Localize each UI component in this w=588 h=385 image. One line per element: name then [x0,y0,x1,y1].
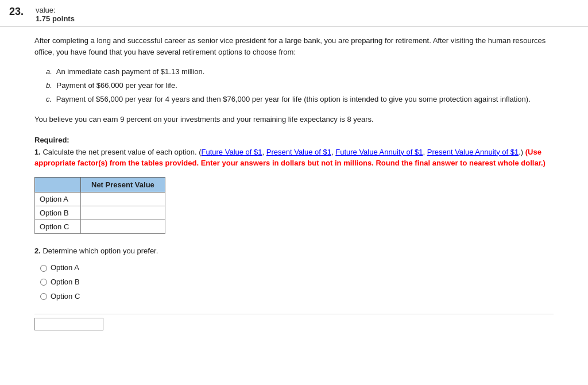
comma3: , [423,148,427,156]
section2-title: 2. Determine which option you prefer. [34,245,554,257]
options-list: a. An immediate cash payment of $1.13 mi… [46,66,554,106]
radio-option-a[interactable]: Option A [40,261,554,275]
option-a-letter: a. [46,67,52,76]
question-meta: value: 1.75 points [36,6,75,23]
list-item: c. Payment of $56,000 per year for 4 yea… [46,93,554,106]
option-b-text: Payment of $66,000 per year for life. [56,81,177,90]
list-item: b. Payment of $66,000 per year for life. [46,79,554,92]
npv-input-b[interactable] [86,209,154,217]
radio-input-c[interactable] [40,293,47,300]
option-b-letter: b. [46,81,52,90]
table-cell-label-c: Option C [35,220,81,233]
list-item: a. An immediate cash payment of $1.13 mi… [46,66,554,78]
table-cell-value-c [81,220,165,233]
link-fva1[interactable]: Future Value Annuity of $1 [335,148,423,156]
value-label: value: [36,6,75,14]
comma1: , [262,148,266,156]
radio-option-c[interactable]: Option C [40,290,554,304]
radio-option-b[interactable]: Option B [40,275,554,290]
npv-table: Net Present Value Option A Option B [34,177,165,234]
required-label: Required: [34,136,554,144]
table-header-npv: Net Present Value [81,177,165,192]
radio-label-c: Option C [51,290,80,304]
table-cell-value-b [81,206,165,220]
table-cell-label-b: Option B [35,206,81,220]
radio-group: Option A Option B Option C [40,261,554,303]
table-header-empty [35,177,81,192]
link-fv1[interactable]: Future Value of $1 [202,148,262,156]
npv-input-a[interactable] [86,195,154,203]
link-pv1[interactable]: Present Value of $1 [266,148,331,156]
question-number: 23. [9,6,30,18]
page: 23. value: 1.75 points After completing … [0,0,588,385]
points-label: 1.75 points [36,14,75,23]
option-c-letter: c. [46,95,52,103]
radio-input-a[interactable] [40,265,47,272]
bottom-input-box[interactable] [34,318,103,330]
life-expectancy-text: You believe you can earn 9 percent on yo… [34,114,554,125]
npv-input-c[interactable] [86,222,154,231]
table-row: Option B [35,206,165,220]
option-a-text: An immediate cash payment of $1.13 milli… [56,67,205,76]
question-header: 23. value: 1.75 points [0,0,588,27]
table-cell-value-a [81,192,165,206]
bottom-bar [34,314,554,332]
section2: 2. Determine which option you prefer. Op… [34,245,554,304]
radio-label-a: Option A [51,261,79,275]
instruction-part2: .) [519,148,525,156]
radio-label-b: Option B [51,275,80,290]
table-row: Option C [35,220,165,233]
question-body: After completing a long and successful c… [0,27,588,340]
table-row: Option A [35,192,165,206]
option-c-text: Payment of $56,000 per year for 4 years … [56,95,531,103]
required-instruction: 1. Calculate the net present value of ea… [34,147,554,169]
intro-text: After completing a long and successful c… [34,35,554,57]
link-pva1[interactable]: Present Value Annuity of $1 [427,148,519,156]
instruction-part1: 1. Calculate the net present value of ea… [34,148,202,156]
radio-input-b[interactable] [40,279,47,286]
table-cell-label-a: Option A [35,192,81,206]
required-section: Required: 1. Calculate the net present v… [34,136,554,169]
